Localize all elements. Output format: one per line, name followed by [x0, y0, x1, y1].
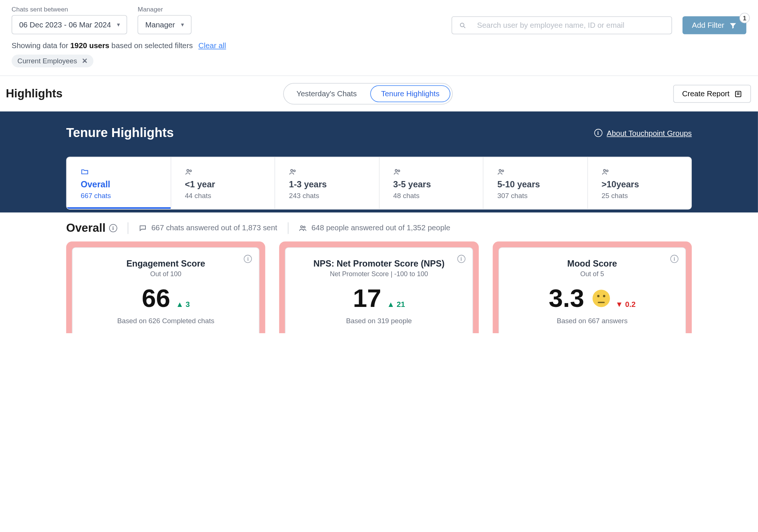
create-report-button[interactable]: Create Report [673, 85, 751, 103]
metric-cards-grid: iEngagement ScoreOut of 10066▲ 3Based on… [66, 242, 692, 334]
create-report-label: Create Report [682, 89, 730, 98]
tenure-tab[interactable]: 5-10 years307 chats [483, 157, 587, 209]
metric-subtitle: Net Promoter Score | -100 to 100 [330, 271, 428, 278]
metric-title: NPS: Net Promoter Score (NPS) [313, 258, 445, 268]
tenure-tab[interactable]: >10years25 chats [588, 157, 691, 209]
svg-point-5 [187, 170, 188, 171]
filters-bar: Chats sent between 06 Dec 2023 - 06 Mar … [0, 0, 758, 76]
tenure-tab-sub: 307 chats [497, 192, 573, 200]
overall-title: Overall [66, 221, 105, 235]
metric-subtitle: Out of 100 [150, 271, 181, 278]
tenure-tab-sub: 48 chats [393, 192, 469, 200]
info-icon: i [594, 129, 602, 137]
mood-face-icon [592, 290, 610, 307]
people-icon [497, 167, 573, 176]
date-filter-value: 06 Dec 2023 - 06 Mar 2024 [19, 20, 111, 29]
date-filter-label: Chats sent between [11, 6, 127, 13]
people-icon [299, 224, 307, 232]
people-icon [393, 167, 469, 176]
tenure-tabs: Overall667 chats<1 year44 chats1-3 years… [66, 157, 692, 210]
page-title: Highlights [6, 87, 63, 100]
tenure-tab-label: Overall [81, 180, 157, 190]
add-filter-button[interactable]: Add Filter 1 [683, 16, 747, 34]
svg-point-14 [606, 170, 608, 172]
svg-point-15 [301, 226, 302, 228]
metric-title: Engagement Score [126, 258, 205, 268]
search-icon [459, 21, 467, 29]
tenure-tab[interactable]: <1 year44 chats [171, 157, 275, 209]
meta-suffix: based on selected filters [109, 41, 192, 50]
tenure-tab[interactable]: 1-3 years243 chats [275, 157, 379, 209]
metric-basis: Based on 626 Completed chats [117, 317, 215, 325]
svg-point-11 [499, 170, 501, 171]
card-highlight: iMood ScoreOut of 53.3▼ 0.2Based on 667 … [493, 242, 692, 334]
search-input-container[interactable] [452, 16, 672, 34]
filter-count-badge: 1 [739, 13, 750, 23]
chat-icon [138, 224, 147, 232]
band-title: Tenure Highlights [66, 126, 174, 141]
tenure-tab-label: >10years [601, 180, 677, 190]
overall-summary: Overall i 667 chats answered out of 1,87… [66, 221, 692, 235]
people-answered-stat: 648 people answered out of 1,352 people [299, 224, 450, 232]
overall-title-row: Overall i [66, 221, 117, 235]
tenure-tab-label: <1 year [185, 180, 261, 190]
search-input[interactable] [477, 21, 665, 30]
add-filter-label: Add Filter [692, 21, 724, 30]
info-icon[interactable]: i [244, 254, 252, 263]
metric-subtitle: Out of 5 [580, 271, 604, 278]
report-icon [734, 90, 742, 98]
manager-filter-label: Manager [138, 6, 191, 13]
metric-card: iMood ScoreOut of 53.3▼ 0.2Based on 667 … [498, 247, 686, 333]
folder-icon [81, 167, 157, 176]
pill-tenure-highlights[interactable]: Tenure Highlights [370, 85, 450, 102]
svg-point-9 [395, 170, 397, 171]
close-icon[interactable]: ✕ [82, 57, 88, 65]
date-filter-select[interactable]: 06 Dec 2023 - 06 Mar 2024 ▾ [11, 15, 127, 34]
pill-yesterdays-chats[interactable]: Yesterday's Chats [285, 85, 368, 102]
people-icon [185, 167, 261, 176]
metric-delta: ▲ 21 [387, 300, 405, 309]
card-highlight: iEngagement ScoreOut of 10066▲ 3Based on… [66, 242, 265, 334]
tenure-tab-sub: 243 chats [289, 192, 365, 200]
svg-point-6 [190, 170, 191, 172]
metric-basis: Based on 667 answers [557, 317, 627, 325]
metric-basis: Based on 319 people [346, 317, 412, 325]
filter-icon [729, 21, 737, 29]
filter-chip-label: Current Employees [17, 57, 77, 65]
tenure-tab-label: 1-3 years [289, 180, 365, 190]
highlight-mode-toggle: Yesterday's Chats Tenure Highlights [283, 83, 453, 104]
people-icon [601, 167, 677, 176]
tenure-tab[interactable]: Overall667 chats [67, 157, 171, 209]
filters-meta: Showing data for 1920 users based on sel… [11, 41, 746, 50]
metric-delta: ▼ 0.2 [616, 300, 635, 309]
clear-all-link[interactable]: Clear all [198, 41, 226, 50]
tenure-tab-sub: 667 chats [81, 192, 157, 200]
meta-count: 1920 users [70, 41, 109, 50]
metric-title: Mood Score [567, 258, 617, 268]
tenure-tab-sub: 25 chats [601, 192, 677, 200]
svg-point-13 [603, 170, 605, 171]
svg-point-10 [398, 170, 400, 172]
tenure-tab[interactable]: 3-5 years48 chats [379, 157, 483, 209]
chats-stat-text: 667 chats answered out of 1,873 sent [151, 224, 277, 232]
manager-filter: Manager Manager ▾ [138, 6, 191, 34]
manager-filter-select[interactable]: Manager ▾ [138, 15, 191, 34]
metric-card: iEngagement ScoreOut of 10066▲ 3Based on… [72, 247, 259, 333]
svg-point-12 [502, 170, 504, 172]
highlights-header: Highlights Yesterday's Chats Tenure High… [0, 76, 758, 111]
svg-point-8 [294, 170, 295, 172]
svg-point-0 [460, 23, 464, 27]
filter-chip[interactable]: Current Employees ✕ [11, 54, 93, 67]
card-highlight: iNPS: Net Promoter Score (NPS)Net Promot… [279, 242, 479, 334]
chevron-down-icon: ▾ [117, 21, 120, 28]
metric-value: 17 [353, 286, 381, 311]
about-touchpoint-link[interactable]: About Touchpoint Groups [607, 128, 692, 137]
chevron-down-icon: ▾ [181, 21, 184, 28]
info-icon[interactable]: i [109, 224, 117, 232]
info-icon[interactable]: i [457, 254, 465, 263]
svg-point-7 [291, 170, 292, 171]
info-icon[interactable]: i [670, 254, 678, 263]
tenure-tab-sub: 44 chats [185, 192, 261, 200]
meta-prefix: Showing data for [11, 41, 70, 50]
date-filter: Chats sent between 06 Dec 2023 - 06 Mar … [11, 6, 127, 34]
